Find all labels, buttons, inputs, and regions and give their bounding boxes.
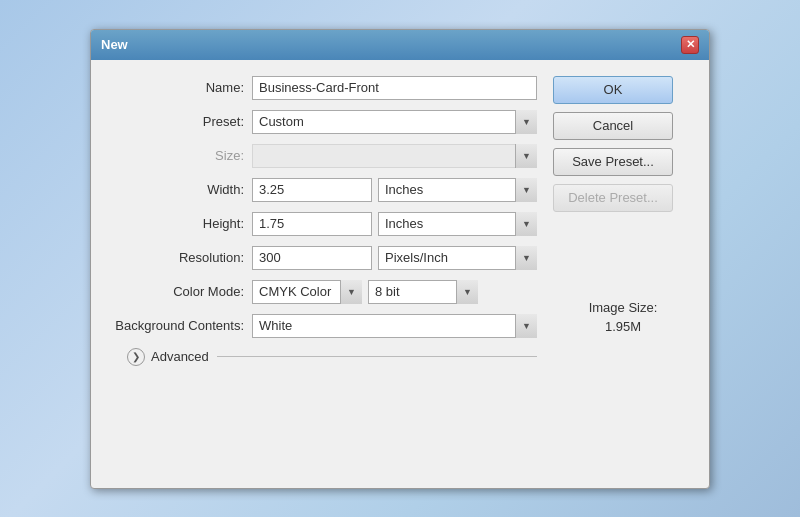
preset-select-wrapper: Custom Default Photoshop Size Letter ▼	[252, 110, 537, 134]
size-select-wrapper: ▼	[252, 144, 537, 168]
height-unit-select[interactable]: Inches Pixels cm	[378, 212, 537, 236]
advanced-divider	[217, 356, 537, 357]
cancel-button[interactable]: Cancel	[553, 112, 673, 140]
width-input[interactable]	[252, 178, 372, 202]
width-unit-wrapper: Inches Pixels cm mm ▼	[378, 178, 537, 202]
resolution-unit-wrapper: Pixels/Inch Pixels/cm ▼	[378, 246, 537, 270]
ok-button[interactable]: OK	[553, 76, 673, 104]
width-label: Width:	[107, 182, 252, 197]
height-row: Height: Inches Pixels cm ▼	[107, 212, 537, 236]
preset-row: Preset: Custom Default Photoshop Size Le…	[107, 110, 537, 134]
color-mode-select-wrapper: CMYK Color RGB Color Grayscale Bitmap La…	[252, 280, 362, 304]
name-label: Name:	[107, 80, 252, 95]
size-row: Size: ▼	[107, 144, 537, 168]
height-unit-wrapper: Inches Pixels cm ▼	[378, 212, 537, 236]
title-bar: New ✕	[91, 30, 709, 60]
width-unit-select[interactable]: Inches Pixels cm mm	[378, 178, 537, 202]
delete-preset-button[interactable]: Delete Preset...	[553, 184, 673, 212]
bg-contents-select-wrapper: White Background Color Transparent ▼	[252, 314, 537, 338]
new-dialog: New ✕ Name: Preset: Custom Default Photo…	[90, 29, 710, 489]
name-input[interactable]	[252, 76, 537, 100]
advanced-row: ❯ Advanced	[107, 348, 537, 366]
close-button[interactable]: ✕	[681, 36, 699, 54]
resolution-input[interactable]	[252, 246, 372, 270]
preset-label: Preset:	[107, 114, 252, 129]
width-row: Width: Inches Pixels cm mm ▼	[107, 178, 537, 202]
bg-contents-label: Background Contents:	[107, 318, 252, 333]
bg-contents-row: Background Contents: White Background Co…	[107, 314, 537, 338]
dialog-body: Name: Preset: Custom Default Photoshop S…	[91, 60, 709, 382]
advanced-label[interactable]: Advanced	[151, 349, 209, 364]
color-mode-select[interactable]: CMYK Color RGB Color Grayscale Bitmap La…	[252, 280, 362, 304]
right-panel: OK Cancel Save Preset... Delete Preset..…	[553, 76, 693, 366]
image-size-section: Image Size: 1.95M	[553, 300, 693, 334]
image-size-label: Image Size:	[553, 300, 693, 315]
save-preset-button[interactable]: Save Preset...	[553, 148, 673, 176]
color-mode-row: Color Mode: CMYK Color RGB Color Graysca…	[107, 280, 537, 304]
size-label: Size:	[107, 148, 252, 163]
left-panel: Name: Preset: Custom Default Photoshop S…	[107, 76, 537, 366]
bg-contents-select[interactable]: White Background Color Transparent	[252, 314, 537, 338]
height-label: Height:	[107, 216, 252, 231]
resolution-label: Resolution:	[107, 250, 252, 265]
color-mode-controls: CMYK Color RGB Color Grayscale Bitmap La…	[252, 280, 478, 304]
resolution-row: Resolution: Pixels/Inch Pixels/cm ▼	[107, 246, 537, 270]
image-size-value: 1.95M	[553, 319, 693, 334]
bit-depth-select[interactable]: 8 bit 16 bit 32 bit	[368, 280, 478, 304]
color-mode-label: Color Mode:	[107, 284, 252, 299]
advanced-toggle-icon[interactable]: ❯	[127, 348, 145, 366]
height-input[interactable]	[252, 212, 372, 236]
resolution-unit-select[interactable]: Pixels/Inch Pixels/cm	[378, 246, 537, 270]
dialog-title: New	[101, 37, 128, 52]
preset-select[interactable]: Custom Default Photoshop Size Letter	[252, 110, 537, 134]
size-select	[252, 144, 537, 168]
bit-depth-select-wrapper: 8 bit 16 bit 32 bit ▼	[368, 280, 478, 304]
name-row: Name:	[107, 76, 537, 100]
